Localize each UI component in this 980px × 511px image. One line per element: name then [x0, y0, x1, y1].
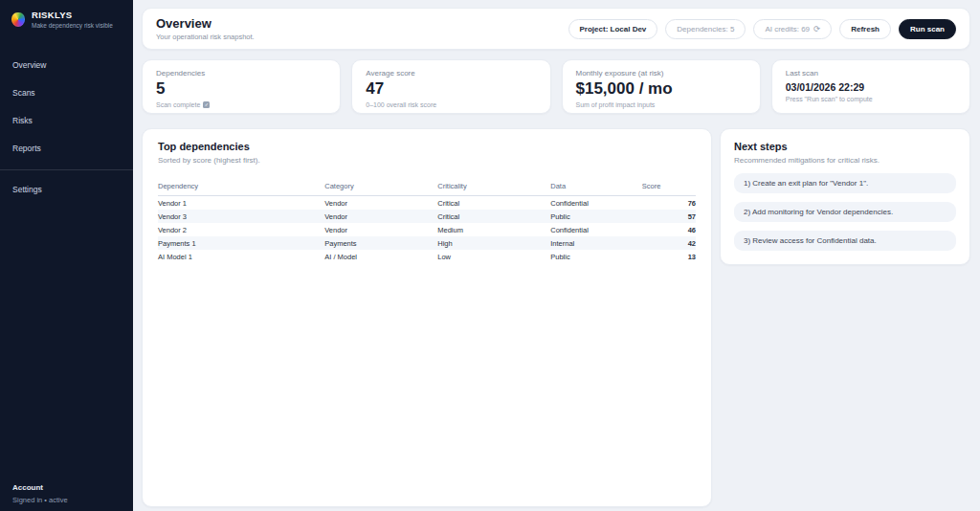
- next-steps-title: Next steps: [734, 141, 956, 152]
- nav-divider: [0, 169, 133, 170]
- sidebar-item-overview[interactable]: Overview: [0, 52, 133, 79]
- stat-value: $15,000 / mo: [576, 79, 746, 99]
- refresh-button[interactable]: Refresh: [839, 19, 891, 39]
- stats-row: Dependencies 5 Scan complete ✓ Average s…: [142, 59, 970, 114]
- cell-criticality: Medium: [437, 223, 550, 236]
- page-subtitle: Your operational risk snapshot.: [156, 33, 255, 41]
- stat-value: 03/01/2026 22:29: [786, 81, 956, 93]
- cell-criticality: High: [437, 236, 550, 250]
- cell-criticality: Critical: [437, 196, 550, 211]
- next-steps-panel: Next steps Recommended mitigations for c…: [720, 128, 970, 265]
- sidebar: RISKLYS Make dependency risk visible Ove…: [0, 0, 133, 511]
- page-header: Overview Your operational risk snapshot.…: [142, 8, 970, 50]
- cell-dependency: Vendor 2: [158, 223, 324, 236]
- cell-dependency: Payments 1: [158, 236, 324, 250]
- cell-category: Payments: [324, 236, 437, 250]
- stat-sub: Press "Run scan" to compute: [786, 96, 956, 102]
- table-row: Vendor 2 Vendor Medium Confidential 46: [158, 223, 696, 236]
- table-row: AI Model 1 AI / Model Low Public 13: [158, 250, 696, 263]
- stat-label: Dependencies: [156, 69, 326, 78]
- main-content: Overview Your operational risk snapshot.…: [142, 8, 970, 507]
- next-step-item: 2) Add monitoring for Vendor dependencie…: [734, 202, 956, 222]
- cell-data: Internal: [550, 236, 642, 250]
- cell-criticality: Low: [437, 250, 550, 263]
- page-header-titles: Overview Your operational risk snapshot.: [156, 16, 255, 41]
- stat-sub: 0–100 overall risk score: [366, 101, 536, 108]
- stat-sub: Sum of profit impact inputs: [576, 101, 746, 108]
- column-header-criticality: Criticality: [437, 179, 550, 196]
- column-header-score: Score: [642, 179, 696, 196]
- page-title: Overview: [156, 16, 255, 31]
- sidebar-item-scans[interactable]: Scans: [0, 79, 133, 107]
- cell-score: 13: [642, 250, 696, 263]
- cell-category: Vendor: [324, 196, 437, 211]
- cell-category: Vendor: [324, 223, 437, 236]
- stat-card-dependencies: Dependencies 5 Scan complete ✓: [142, 59, 341, 114]
- brand: RISKLYS Make dependency risk visible: [0, 0, 133, 36]
- table-row: Vendor 3 Vendor Critical Public 57: [158, 210, 696, 223]
- project-pill[interactable]: Project: Local Dev: [568, 19, 658, 39]
- cell-dependency: AI Model 1: [158, 250, 324, 263]
- stat-card-last-scan: Last scan 03/01/2026 22:29 Press "Run sc…: [771, 59, 970, 114]
- stat-value: 47: [366, 79, 536, 99]
- scan-complete-check-icon: ✓: [203, 101, 210, 108]
- next-step-item: 1) Create an exit plan for "Vendor 1".: [734, 173, 956, 193]
- table-header-row: Dependency Category Criticality Data Sco…: [158, 179, 696, 196]
- stat-value: 5: [156, 79, 326, 99]
- dependencies-table: Dependency Category Criticality Data Sco…: [158, 179, 696, 263]
- table-row: Payments 1 Payments High Internal 42: [158, 236, 696, 250]
- cell-data: Confidential: [550, 223, 642, 236]
- refresh-credits-icon[interactable]: ⟳: [813, 24, 820, 33]
- stat-card-monthly-exposure: Monthly exposure (at risk) $15,000 / mo …: [562, 59, 761, 114]
- logo-icon: [11, 12, 25, 27]
- column-header-category: Category: [324, 179, 437, 196]
- cell-score: 76: [642, 196, 696, 211]
- stat-sub: Scan complete ✓: [156, 101, 326, 108]
- sidebar-item-reports[interactable]: Reports: [0, 135, 133, 163]
- stat-label: Monthly exposure (at risk): [576, 69, 746, 78]
- sidebar-item-risks[interactable]: Risks: [0, 107, 133, 135]
- stat-label: Last scan: [786, 69, 956, 78]
- column-header-dependency: Dependency: [158, 179, 324, 196]
- sidebar-nav: Overview Scans Risks Reports Settings: [0, 52, 133, 204]
- next-step-item: 3) Review access for Confidential data.: [734, 231, 956, 251]
- stat-label: Average score: [366, 69, 536, 78]
- run-scan-button[interactable]: Run scan: [899, 19, 956, 39]
- account-label: Account: [12, 483, 68, 492]
- ai-credits-label: AI credits: 69: [765, 25, 810, 33]
- top-dependencies-title: Top dependencies: [158, 141, 696, 152]
- cell-data: Public: [550, 210, 642, 223]
- cell-category: Vendor: [324, 210, 437, 223]
- sidebar-item-settings[interactable]: Settings: [0, 176, 133, 204]
- cell-dependency: Vendor 3: [158, 210, 324, 223]
- ai-credits-pill[interactable]: AI credits: 69 ⟳: [753, 19, 832, 39]
- cell-data: Confidential: [550, 196, 642, 211]
- brand-tagline: Make dependency risk visible: [32, 22, 113, 29]
- table-row: Vendor 1 Vendor Critical Confidential 76: [158, 196, 696, 211]
- cell-score: 57: [642, 210, 696, 223]
- top-dependencies-subtitle: Sorted by score (highest first).: [158, 156, 696, 165]
- cell-criticality: Critical: [437, 210, 550, 223]
- next-steps-subtitle: Recommended mitigations for critical ris…: [734, 156, 956, 165]
- cell-dependency: Vendor 1: [158, 196, 324, 211]
- brand-name: RISKLYS: [32, 10, 113, 20]
- dependencies-pill[interactable]: Dependencies: 5: [665, 19, 746, 39]
- header-actions: Project: Local Dev Dependencies: 5 AI cr…: [568, 19, 956, 39]
- top-dependencies-panel: Top dependencies Sorted by score (highes…: [142, 128, 712, 507]
- stat-card-average-score: Average score 47 0–100 overall risk scor…: [351, 59, 550, 114]
- account-status: Signed in • active: [12, 496, 68, 504]
- account-section: Account Signed in • active: [12, 483, 68, 504]
- column-header-data: Data: [550, 179, 642, 196]
- cell-score: 42: [642, 236, 696, 250]
- cell-data: Public: [550, 250, 642, 263]
- cell-score: 46: [642, 223, 696, 236]
- cell-category: AI / Model: [324, 250, 437, 263]
